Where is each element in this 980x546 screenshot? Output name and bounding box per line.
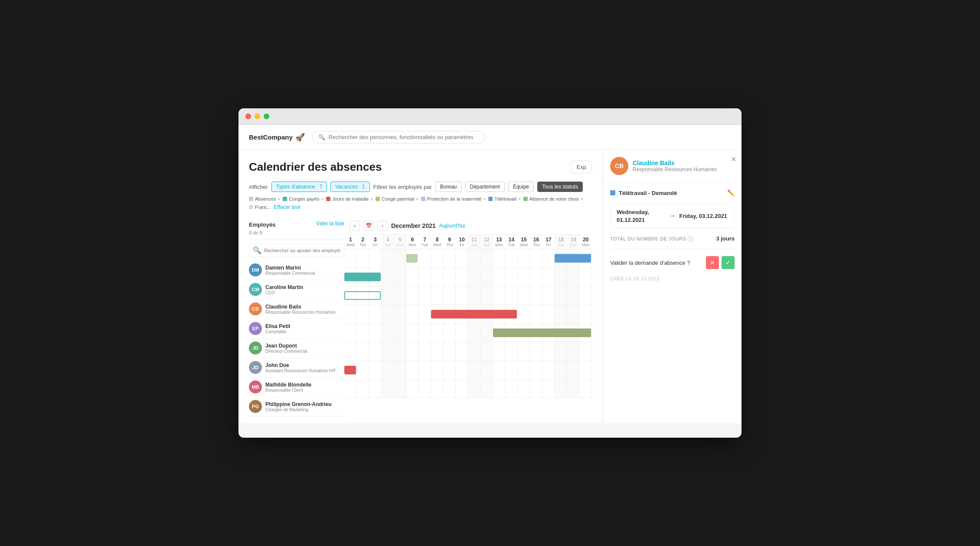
close-button[interactable] bbox=[245, 114, 251, 119]
cal-cell-7-4[interactable] bbox=[394, 380, 406, 398]
cal-cell-2-14[interactable] bbox=[518, 286, 530, 305]
cal-cell-7-16[interactable] bbox=[542, 380, 555, 398]
search-input[interactable] bbox=[329, 134, 479, 140]
cal-cell-5-16[interactable] bbox=[542, 342, 555, 361]
cal-cell-5-18[interactable] bbox=[567, 342, 580, 361]
cal-cell-0-13[interactable] bbox=[505, 249, 518, 267]
employee-item-3[interactable]: EP Elisa Petit Comptable bbox=[249, 319, 344, 338]
cal-cell-7-19[interactable] bbox=[579, 380, 592, 398]
cal-cell-0-6[interactable] bbox=[418, 249, 431, 267]
cal-cell-5-7[interactable] bbox=[431, 342, 444, 361]
cal-cell-0-9[interactable] bbox=[456, 249, 468, 267]
employee-item-5[interactable]: JD John Doe Assistant Ressources Humaine… bbox=[249, 358, 344, 377]
cal-cell-1-3[interactable] bbox=[382, 268, 394, 286]
cal-cell-5-14[interactable] bbox=[518, 342, 530, 361]
cal-cell-4-4[interactable] bbox=[394, 324, 406, 342]
cal-cell-2-18[interactable] bbox=[567, 286, 580, 305]
cal-cell-1-5[interactable] bbox=[406, 268, 419, 286]
cal-cell-7-12[interactable] bbox=[493, 380, 506, 398]
cal-cell-4-0[interactable] bbox=[344, 324, 357, 342]
cal-cell-2-12[interactable] bbox=[493, 286, 506, 305]
cal-cell-4-1[interactable] bbox=[357, 324, 369, 342]
cal-cell-6-17[interactable] bbox=[555, 361, 567, 379]
cal-cell-1-11[interactable] bbox=[480, 268, 493, 286]
approve-button[interactable]: ✓ bbox=[722, 256, 735, 269]
cal-cell-1-14[interactable] bbox=[518, 268, 530, 286]
cal-cell-4-11[interactable] bbox=[480, 324, 493, 342]
cal-cell-4-3[interactable] bbox=[382, 324, 394, 342]
cal-cell-2-15[interactable] bbox=[530, 286, 542, 305]
cal-cell-1-10[interactable] bbox=[468, 268, 480, 286]
cal-cell-3-14[interactable] bbox=[518, 305, 530, 323]
cal-cell-5-4[interactable] bbox=[394, 342, 406, 361]
cal-cell-7-0[interactable] bbox=[344, 380, 357, 398]
employee-item-2[interactable]: CB Claudine Bails Responsable Ressources… bbox=[249, 299, 344, 319]
cal-cell-4-10[interactable] bbox=[468, 324, 480, 342]
cal-cell-2-5[interactable] bbox=[406, 286, 419, 305]
cal-cell-0-16[interactable] bbox=[542, 249, 555, 267]
cal-cell-1-7[interactable] bbox=[431, 268, 444, 286]
cal-cell-1-17[interactable] bbox=[555, 268, 567, 286]
cal-cell-3-1[interactable] bbox=[357, 305, 369, 323]
cal-cell-2-7[interactable] bbox=[431, 286, 444, 305]
minimize-button[interactable] bbox=[255, 114, 260, 119]
cal-cell-6-8[interactable] bbox=[443, 361, 456, 379]
cal-cell-7-1[interactable] bbox=[357, 380, 369, 398]
cal-cell-4-8[interactable] bbox=[443, 324, 456, 342]
cal-cell-5-12[interactable] bbox=[493, 342, 506, 361]
cal-cell-1-12[interactable] bbox=[493, 268, 506, 286]
cal-cell-1-6[interactable] bbox=[418, 268, 431, 286]
departement-filter[interactable]: Département bbox=[465, 182, 505, 192]
cal-cell-6-7[interactable] bbox=[431, 361, 444, 379]
cal-cell-7-18[interactable] bbox=[567, 380, 580, 398]
cal-cell-7-10[interactable] bbox=[468, 380, 480, 398]
cal-cell-3-19[interactable] bbox=[579, 305, 592, 323]
maximize-button[interactable] bbox=[264, 114, 269, 119]
reject-button[interactable]: ✕ bbox=[706, 256, 719, 269]
cal-cell-5-2[interactable] bbox=[369, 342, 382, 361]
cal-cell-6-18[interactable] bbox=[567, 361, 580, 379]
detail-close-button[interactable]: ✕ bbox=[731, 155, 736, 163]
cal-cell-3-5[interactable] bbox=[406, 305, 419, 323]
cal-cell-4-7[interactable] bbox=[431, 324, 444, 342]
cal-cell-6-1[interactable] bbox=[357, 361, 369, 379]
search-bar[interactable]: 🔍 bbox=[312, 131, 485, 143]
next-month-button[interactable]: › bbox=[377, 221, 388, 231]
cal-cell-7-14[interactable] bbox=[518, 380, 530, 398]
cal-cell-5-9[interactable] bbox=[456, 342, 468, 361]
equipe-filter[interactable]: Équipe bbox=[508, 182, 534, 192]
prev-month-button[interactable]: ‹ bbox=[350, 221, 360, 231]
cal-cell-2-6[interactable] bbox=[418, 286, 431, 305]
cal-cell-4-5[interactable] bbox=[406, 324, 419, 342]
cal-cell-2-3[interactable] bbox=[382, 286, 394, 305]
cal-cell-0-15[interactable] bbox=[530, 249, 542, 267]
cal-cell-0-11[interactable] bbox=[480, 249, 493, 267]
cal-cell-5-3[interactable] bbox=[382, 342, 394, 361]
cal-cell-2-17[interactable] bbox=[555, 286, 567, 305]
cal-cell-0-10[interactable] bbox=[468, 249, 480, 267]
cal-cell-6-19[interactable] bbox=[579, 361, 592, 379]
detail-edit-button[interactable]: ✏️ bbox=[727, 189, 735, 196]
cal-cell-4-6[interactable] bbox=[418, 324, 431, 342]
cal-cell-6-2[interactable] bbox=[369, 361, 382, 379]
cal-cell-3-16[interactable] bbox=[542, 305, 555, 323]
bureau-filter[interactable]: Bureau bbox=[435, 182, 462, 192]
cal-cell-6-6[interactable] bbox=[418, 361, 431, 379]
cal-cell-6-3[interactable] bbox=[382, 361, 394, 379]
cal-cell-5-15[interactable] bbox=[530, 342, 542, 361]
cal-cell-7-9[interactable] bbox=[456, 380, 468, 398]
employee-item-1[interactable]: CM Caroline Martin CEO bbox=[249, 280, 344, 299]
cal-cell-6-16[interactable] bbox=[542, 361, 555, 379]
cal-cell-3-18[interactable] bbox=[567, 305, 580, 323]
cal-cell-1-16[interactable] bbox=[542, 268, 555, 286]
cal-cell-6-5[interactable] bbox=[406, 361, 419, 379]
cal-cell-0-0[interactable] bbox=[344, 249, 357, 267]
cal-cell-5-8[interactable] bbox=[443, 342, 456, 361]
types-absence-filter[interactable]: Types d'absence · 7 bbox=[271, 182, 327, 192]
employee-item-6[interactable]: MB Mathilde Blondelle Responsable Client bbox=[249, 377, 344, 397]
cal-cell-5-13[interactable] bbox=[505, 342, 518, 361]
vacances-filter[interactable]: Vacances · 1 bbox=[330, 182, 369, 192]
cal-cell-3-4[interactable] bbox=[394, 305, 406, 323]
cal-cell-1-4[interactable] bbox=[394, 268, 406, 286]
clear-all-link[interactable]: Effacer tout bbox=[274, 204, 300, 210]
